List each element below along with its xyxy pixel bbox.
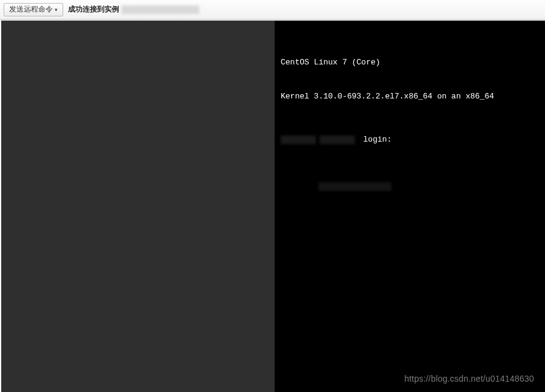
redacted-text (318, 182, 391, 191)
send-remote-command-button[interactable]: 发送远程命令 ▾ (4, 3, 63, 16)
left-panel (0, 21, 275, 392)
redacted-hostname-part2 (320, 136, 355, 144)
kernel-line: Kernel 3.10.0-693.2.2.el7.x86_64 on an x… (281, 91, 539, 103)
connection-status: 成功连接到实例 (68, 4, 199, 15)
status-prefix: 成功连接到实例 (68, 4, 119, 15)
os-line: CentOS Linux 7 (Core) (281, 57, 539, 69)
toolbar: 发送远程命令 ▾ 成功连接到实例 (0, 0, 545, 19)
redacted-instance-id (122, 5, 199, 14)
redacted-hostname-part1 (281, 136, 316, 144)
chevron-down-icon: ▾ (55, 7, 58, 13)
content-area: CentOS Linux 7 (Core) Kernel 3.10.0-693.… (0, 19, 545, 392)
terminal-panel[interactable]: CentOS Linux 7 (Core) Kernel 3.10.0-693.… (275, 21, 545, 392)
login-suffix: login: (358, 134, 392, 146)
terminal-output: CentOS Linux 7 (Core) Kernel 3.10.0-693.… (275, 21, 545, 236)
watermark: https://blog.csdn.net/u014148630 (405, 374, 534, 383)
login-prompt-line: login: (281, 134, 539, 146)
redacted-line (281, 171, 539, 207)
send-command-label: 发送远程命令 (9, 4, 53, 15)
